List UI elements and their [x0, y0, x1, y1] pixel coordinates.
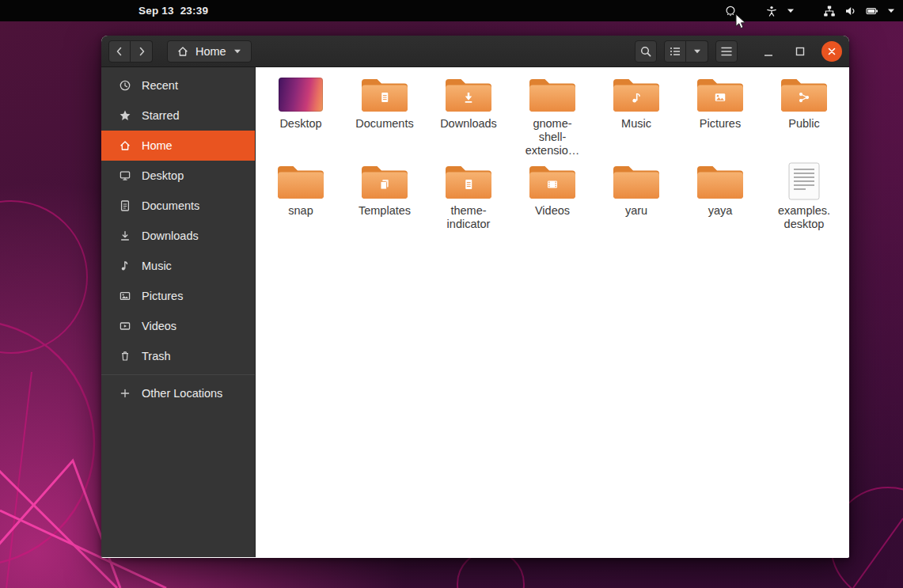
hamburger-menu-icon — [719, 44, 734, 59]
window-headerbar: Home — [101, 36, 849, 67]
file-item-theme-indicator[interactable]: theme- indicator — [427, 159, 510, 246]
window-body: Recent Starred Home Desktop — [101, 67, 849, 557]
sidebar-item-starred[interactable]: Starred — [101, 101, 255, 131]
folder-icon — [780, 74, 829, 115]
file-name: snap — [288, 204, 313, 218]
sidebar-item-recent[interactable]: Recent — [101, 70, 255, 101]
recent-clock-icon — [119, 79, 131, 92]
minimize-button[interactable] — [758, 41, 779, 62]
headerbar-actions — [635, 40, 842, 63]
folder-icon — [612, 161, 661, 202]
list-view-toggle-button[interactable] — [664, 40, 686, 63]
file-name: theme- indicator — [447, 204, 491, 231]
file-name: Documents — [355, 117, 413, 131]
plus-icon — [119, 387, 131, 400]
music-note-icon — [119, 260, 131, 272]
file-item-yaru[interactable]: yaru — [594, 159, 678, 246]
file-item-music[interactable]: Music — [594, 72, 678, 159]
file-item-documents[interactable]: Documents — [343, 72, 427, 159]
file-name: Public — [788, 117, 820, 131]
gnome-top-bar: Sep 13 23:39 — [0, 0, 903, 21]
file-item-templates[interactable]: Templates — [343, 159, 427, 246]
close-icon — [825, 44, 839, 59]
search-icon — [639, 45, 652, 58]
trash-icon — [119, 350, 131, 362]
sidebar-item-label: Trash — [142, 350, 171, 362]
sidebar-item-videos[interactable]: Videos — [101, 311, 255, 341]
desktop-folder-icon — [276, 74, 325, 115]
chevron-down-icon — [887, 7, 895, 14]
file-name: gnome- shell- extensio… — [525, 117, 580, 157]
view-controls-group — [664, 40, 708, 63]
folder-icon — [276, 161, 325, 202]
forward-button[interactable] — [131, 40, 153, 63]
file-item-pictures[interactable]: Pictures — [678, 72, 762, 159]
download-emblem-icon — [463, 92, 475, 104]
topbar-clock[interactable]: Sep 13 23:39 — [138, 0, 208, 21]
file-item-snap[interactable]: snap — [259, 159, 343, 246]
accessibility-icon — [765, 5, 778, 17]
file-item-desktop[interactable]: Desktop — [259, 72, 343, 159]
file-name: examples. desktop — [778, 204, 830, 231]
document-emblem-icon — [463, 179, 475, 191]
picture-icon — [119, 290, 131, 302]
sidebar-item-label: Desktop — [142, 169, 184, 182]
location-label: Home — [195, 45, 226, 58]
share-emblem-icon — [799, 92, 810, 104]
back-button[interactable] — [108, 40, 131, 63]
sidebar-item-other-locations[interactable]: Other Locations — [101, 378, 255, 408]
view-options-button[interactable] — [686, 40, 708, 63]
sidebar-item-label: Home — [142, 139, 173, 152]
file-name: Downloads — [440, 117, 497, 131]
sidebar-item-label: Videos — [142, 320, 176, 332]
file-item-examples-desktop[interactable]: examples. desktop — [762, 159, 846, 246]
copy-emblem-icon — [379, 179, 391, 191]
chevron-down-icon — [233, 47, 242, 55]
music-emblem-icon — [631, 92, 643, 104]
sidebar-item-desktop[interactable]: Desktop — [101, 161, 255, 191]
file-item-gnome-shell-extensions[interactable]: gnome- shell- extensio… — [510, 72, 594, 159]
file-name: yaru — [625, 204, 647, 218]
document-icon — [119, 199, 131, 212]
sidebar-item-label: Pictures — [142, 290, 183, 302]
file-item-videos[interactable]: Videos — [510, 159, 594, 246]
sidebar-item-pictures[interactable]: Pictures — [101, 281, 255, 311]
sidebar-item-label: Music — [142, 260, 172, 272]
folder-icon — [360, 161, 409, 202]
list-view-icon — [669, 45, 681, 58]
battery-icon — [866, 5, 878, 17]
folder-icon — [528, 161, 577, 202]
history-nav-group — [108, 40, 153, 63]
chevron-down-icon — [692, 47, 702, 55]
home-icon — [119, 139, 131, 152]
maximize-button[interactable] — [790, 41, 810, 62]
file-item-yaya[interactable]: yaya — [678, 159, 762, 246]
desktop-monitor-icon — [119, 169, 131, 182]
file-item-public[interactable]: Public — [762, 72, 846, 159]
wallpaper-thumbnail — [279, 78, 323, 112]
files-window: Home — [101, 36, 849, 558]
folder-icon — [444, 74, 493, 115]
file-item-downloads[interactable]: Downloads — [427, 72, 510, 159]
sidebar-separator — [101, 374, 255, 375]
location-path-button[interactable]: Home — [167, 40, 252, 63]
minimize-icon — [760, 43, 777, 60]
file-browser-content[interactable]: Desktop Documents Downloads — [256, 67, 849, 557]
file-name: Music — [621, 117, 651, 131]
mouse-cursor — [735, 13, 748, 31]
close-button[interactable] — [821, 41, 842, 62]
text-document-icon — [780, 161, 829, 202]
chevron-left-icon — [113, 45, 126, 58]
search-button[interactable] — [635, 40, 657, 63]
home-icon — [176, 45, 189, 58]
sidebar-item-downloads[interactable]: Downloads — [101, 221, 255, 251]
photo-emblem-icon — [715, 92, 727, 104]
sidebar-item-documents[interactable]: Documents — [101, 191, 255, 221]
sidebar-item-label: Documents — [142, 199, 199, 212]
sidebar-item-trash[interactable]: Trash — [101, 341, 255, 371]
sidebar-item-home[interactable]: Home — [101, 131, 255, 161]
sidebar-item-music[interactable]: Music — [101, 251, 255, 281]
file-name: Videos — [535, 204, 570, 218]
system-status-area[interactable] — [724, 0, 895, 21]
hamburger-menu-button[interactable] — [715, 40, 738, 63]
